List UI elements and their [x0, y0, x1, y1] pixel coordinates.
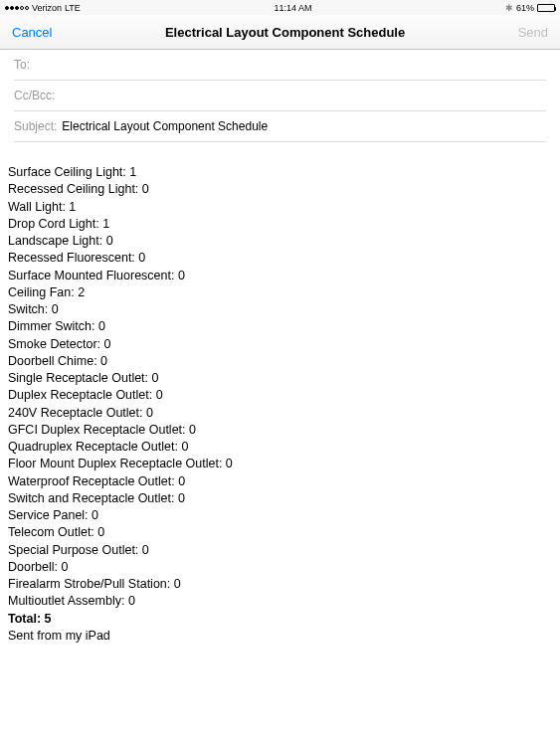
component-line: Ceiling Fan: 2: [8, 284, 552, 301]
component-line: Firealarm Strobe/Pull Station: 0: [8, 576, 552, 593]
compose-fields: To: Cc/Bcc: Subject: Electrical Layout C…: [0, 50, 560, 142]
component-line: GFCI Duplex Receptacle Outlet: 0: [8, 422, 552, 439]
component-line: Wall Light: 1: [8, 199, 552, 216]
total-line: Total: 5: [8, 611, 552, 628]
component-line: Telecom Outlet: 0: [8, 524, 552, 541]
status-left: Verizon LTE: [5, 3, 81, 13]
battery-icon: [537, 4, 555, 12]
signal-strength-icon: [5, 6, 29, 10]
component-line: Waterproof Receptacle Outlet: 0: [8, 473, 552, 490]
component-line: Recessed Fluorescent: 0: [8, 250, 552, 267]
component-line: Single Receptacle Outlet: 0: [8, 370, 552, 387]
subject-value[interactable]: Electrical Layout Component Schedule: [62, 119, 546, 133]
component-line: Quadruplex Receptacle Outlet: 0: [8, 439, 552, 456]
nav-title: Electrical Layout Component Schedule: [165, 25, 405, 40]
component-line: Service Panel: 0: [8, 507, 552, 524]
component-line: Landscape Light: 0: [8, 233, 552, 250]
component-line: Recessed Ceiling Light: 0: [8, 181, 552, 198]
component-line: Surface Mounted Fluorescent: 0: [8, 268, 552, 284]
component-line: Surface Ceiling Light: 1: [8, 164, 552, 181]
to-field-row[interactable]: To:: [14, 50, 546, 81]
total-value: 5: [45, 612, 52, 626]
status-right: ✱ 61%: [505, 3, 555, 13]
email-body[interactable]: Surface Ceiling Light: 1Recessed Ceiling…: [0, 142, 560, 654]
network-label: LTE: [65, 3, 81, 13]
component-line: Duplex Receptacle Outlet: 0: [8, 387, 552, 404]
component-line: 240V Receptacle Outlet: 0: [8, 405, 552, 422]
battery-percent: 61%: [516, 3, 534, 13]
component-line: Floor Mount Duplex Receptacle Outlet: 0: [8, 456, 552, 472]
status-bar: Verizon LTE 11:14 AM ✱ 61%: [0, 0, 560, 15]
component-line: Doorbell Chime: 0: [8, 353, 552, 370]
component-line: Doorbell: 0: [8, 559, 552, 576]
subject-label: Subject:: [14, 119, 57, 133]
total-label: Total:: [8, 612, 41, 626]
status-time: 11:14 AM: [274, 3, 311, 13]
component-line: Drop Cord Light: 1: [8, 216, 552, 233]
component-line: Smoke Detector: 0: [8, 336, 552, 353]
to-label: To:: [14, 58, 30, 72]
component-line: Multioutlet Assembly: 0: [8, 593, 552, 610]
component-line: Special Purpose Outlet: 0: [8, 542, 552, 559]
cc-label: Cc/Bcc:: [14, 89, 55, 102]
component-list: Surface Ceiling Light: 1Recessed Ceiling…: [8, 164, 552, 611]
nav-bar: Cancel Electrical Layout Component Sched…: [0, 15, 560, 50]
send-button[interactable]: Send: [518, 25, 548, 40]
bluetooth-icon: ✱: [505, 3, 513, 13]
cc-field-row[interactable]: Cc/Bcc:: [14, 81, 546, 111]
component-line: Switch: 0: [8, 301, 552, 318]
cancel-button[interactable]: Cancel: [12, 25, 52, 40]
subject-field-row[interactable]: Subject: Electrical Layout Component Sch…: [14, 111, 546, 142]
component-line: Switch and Receptacle Outlet: 0: [8, 490, 552, 507]
component-line: Dimmer Switch: 0: [8, 318, 552, 335]
carrier-label: Verizon: [32, 3, 62, 13]
email-signature: Sent from my iPad: [8, 628, 552, 645]
